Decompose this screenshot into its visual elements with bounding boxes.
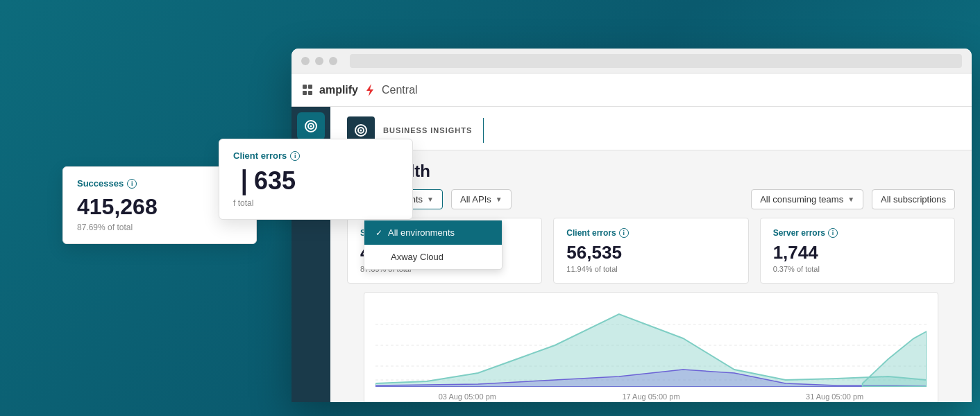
server-errors-label: Server errors i (773, 228, 942, 238)
chart-area: 03 Aug 05:00 pm 17 Aug 05:00 pm 31 Aug 0… (364, 292, 938, 402)
dropdown-item-all-envs[interactable]: ✓ All environments (364, 220, 502, 245)
logo-icon (362, 84, 378, 96)
browser-dot-red (301, 57, 310, 65)
subs-filter-label: All subscriptions (881, 194, 946, 205)
float-errors-sub: f total (233, 198, 398, 208)
subs-filter[interactable]: All subscriptions (872, 189, 955, 209)
env-filter-chevron: ▼ (427, 196, 434, 203)
browser-dot-yellow (315, 57, 323, 65)
chart-label-2: 17 Aug 05:00 pm (622, 392, 679, 401)
grid-icon[interactable] (303, 85, 314, 96)
filters-row: All environments ▼ All APIs ▼ All consum… (347, 189, 955, 209)
float-errors-label: Client errors i (233, 150, 398, 161)
apis-filter[interactable]: All APIs ▼ (451, 189, 512, 209)
float-successes-info-icon[interactable]: i (127, 179, 137, 189)
client-errors-label: Client errors i (566, 228, 735, 238)
apis-filter-label: All APIs (460, 194, 491, 205)
dropdown-item-all-envs-label: All environments (388, 227, 455, 238)
stat-card-server-errors: Server errors i 1,744 0.37% of total (760, 218, 955, 284)
check-icon: ✓ (375, 228, 382, 238)
chart-label-1: 03 Aug 05:00 pm (439, 392, 496, 401)
sidebar-business-insights-icon[interactable] (297, 112, 325, 140)
svg-point-6 (360, 130, 362, 132)
svg-point-3 (310, 125, 312, 128)
success-area-right (863, 331, 927, 387)
server-errors-value: 1,744 (773, 242, 942, 263)
chart-labels: 03 Aug 05:00 pm 17 Aug 05:00 pm 31 Aug 0… (375, 392, 927, 401)
chart-label-3: 31 Aug 05:00 pm (806, 392, 863, 401)
app-topbar: amplify Central (292, 73, 972, 107)
page-header: BUSINESS INSIGHTS (330, 107, 972, 150)
float-errors-info-icon[interactable]: i (290, 151, 300, 161)
nav-separator (483, 118, 484, 143)
teams-filter-label: All consuming teams (760, 194, 843, 205)
client-errors-value: 56,535 (566, 242, 735, 263)
client-errors-info-icon[interactable]: i (619, 228, 629, 238)
client-errors-sub: 11.94% of total (566, 265, 735, 273)
float-successes-value: 415,268 (77, 194, 242, 220)
server-errors-info-icon[interactable]: i (828, 228, 838, 238)
browser-window: amplify Central (292, 49, 972, 402)
page-title: API Health (347, 162, 955, 181)
dropdown-item-axway-cloud[interactable]: Axway Cloud (364, 245, 502, 269)
stat-card-client-errors: Client errors i 56,535 11.94% of total (553, 218, 748, 284)
browser-titlebar (292, 49, 972, 73)
float-successes-label: Successes i (77, 178, 242, 189)
app-logo: amplify Central (319, 84, 418, 96)
section-label: BUSINESS INSIGHTS (383, 126, 472, 135)
env-dropdown: ✓ All environments Axway Cloud (364, 220, 502, 270)
float-card-errors: Client errors i ❘635 f total (219, 139, 413, 220)
svg-marker-0 (366, 84, 373, 96)
browser-addressbar (350, 54, 962, 68)
teams-filter-chevron: ▼ (847, 196, 854, 203)
dropdown-item-axway-label: Axway Cloud (391, 252, 443, 262)
float-errors-value: ❘635 (233, 166, 398, 196)
logo-central-text: Central (382, 84, 418, 96)
main-content: API Health All environments ▼ All APIs ▼… (330, 150, 972, 402)
apis-filter-chevron: ▼ (496, 196, 502, 203)
browser-dot-green (329, 57, 337, 65)
logo-amplify-text: amplify (319, 84, 358, 96)
server-errors-sub: 0.37% of total (773, 265, 942, 273)
page-content: BUSINESS INSIGHTS API Health All environ… (330, 107, 972, 402)
float-successes-sub: 87.69% of total (77, 223, 242, 232)
teams-filter[interactable]: All consuming teams ▼ (751, 189, 863, 209)
chart-svg (375, 304, 927, 387)
